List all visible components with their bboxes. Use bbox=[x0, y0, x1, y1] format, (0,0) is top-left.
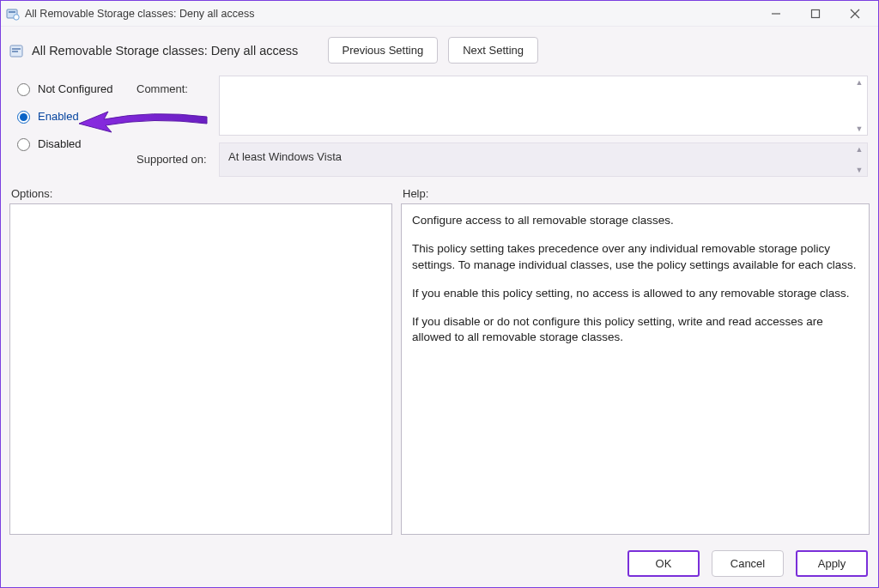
ok-button[interactable]: OK bbox=[627, 550, 700, 577]
header-row: All Removable Storage classes: Deny all … bbox=[1, 27, 878, 72]
svg-rect-4 bbox=[812, 9, 820, 17]
arrow-up-icon[interactable]: ▲ bbox=[856, 145, 864, 154]
supported-on-value: At least Windows Vista bbox=[228, 150, 342, 163]
radio-disabled-label: Disabled bbox=[38, 137, 82, 150]
window-title: All Removable Storage classes: Deny all … bbox=[25, 8, 254, 20]
radio-enabled[interactable]: Enabled bbox=[13, 108, 131, 124]
cancel-button[interactable]: Cancel bbox=[712, 550, 784, 577]
supported-on-field: At least Windows Vista ▲ ▼ bbox=[219, 142, 868, 177]
help-pane[interactable]: Configure access to all removable storag… bbox=[401, 203, 870, 535]
options-pane[interactable] bbox=[9, 203, 392, 535]
supported-scroll-arrows[interactable]: ▲ ▼ bbox=[853, 145, 865, 174]
previous-setting-button[interactable]: Previous Setting bbox=[328, 37, 439, 64]
policy-heading: All Removable Storage classes: Deny all … bbox=[32, 44, 298, 58]
comment-field[interactable]: ▲ ▼ bbox=[219, 76, 868, 136]
arrow-up-icon[interactable]: ▲ bbox=[856, 78, 864, 87]
minimize-button[interactable] bbox=[756, 2, 796, 26]
help-label: Help: bbox=[403, 187, 428, 200]
radio-disabled-input[interactable] bbox=[17, 138, 30, 151]
policy-editor-window: All Removable Storage classes: Deny all … bbox=[0, 0, 879, 588]
config-area: Not Configured Enabled Disabled Comment:… bbox=[1, 72, 878, 182]
radio-enabled-label: Enabled bbox=[38, 110, 79, 123]
radio-not-configured-input[interactable] bbox=[17, 83, 30, 96]
radio-enabled-input[interactable] bbox=[17, 111, 30, 124]
window-controls bbox=[756, 2, 875, 26]
radio-disabled[interactable]: Disabled bbox=[13, 136, 131, 151]
dialog-footer: OK Cancel Apply bbox=[1, 542, 878, 587]
arrow-down-icon[interactable]: ▼ bbox=[856, 166, 864, 174]
pane-labels: Options: Help: bbox=[1, 182, 878, 203]
supported-on-label: Supported on: bbox=[136, 142, 214, 177]
comment-scroll-arrows[interactable]: ▲ ▼ bbox=[853, 78, 865, 133]
close-button[interactable] bbox=[835, 2, 875, 26]
radio-not-configured-label: Not Configured bbox=[38, 82, 112, 95]
panes-row: Configure access to all removable storag… bbox=[1, 203, 878, 542]
radio-not-configured[interactable]: Not Configured bbox=[13, 81, 131, 96]
policy-app-icon bbox=[6, 7, 20, 21]
svg-rect-8 bbox=[12, 48, 21, 50]
help-paragraph: This policy setting takes precedence ove… bbox=[412, 241, 858, 274]
titlebar: All Removable Storage classes: Deny all … bbox=[1, 1, 878, 27]
state-radio-group: Not Configured Enabled Disabled bbox=[11, 76, 131, 177]
svg-rect-1 bbox=[9, 11, 15, 13]
next-setting-button[interactable]: Next Setting bbox=[448, 37, 538, 64]
apply-button[interactable]: Apply bbox=[796, 550, 868, 577]
help-paragraph: Configure access to all removable storag… bbox=[412, 213, 858, 229]
help-paragraph: If you disable or do not configure this … bbox=[412, 314, 858, 347]
options-label: Options: bbox=[11, 187, 403, 200]
help-paragraph: If you enable this policy setting, no ac… bbox=[412, 286, 858, 302]
svg-rect-9 bbox=[12, 51, 18, 52]
comment-label: Comment: bbox=[136, 76, 214, 136]
svg-point-2 bbox=[14, 14, 19, 19]
arrow-down-icon[interactable]: ▼ bbox=[856, 124, 864, 133]
maximize-button[interactable] bbox=[796, 2, 835, 26]
policy-icon bbox=[9, 44, 25, 59]
nav-buttons: Previous Setting Next Setting bbox=[328, 37, 539, 64]
